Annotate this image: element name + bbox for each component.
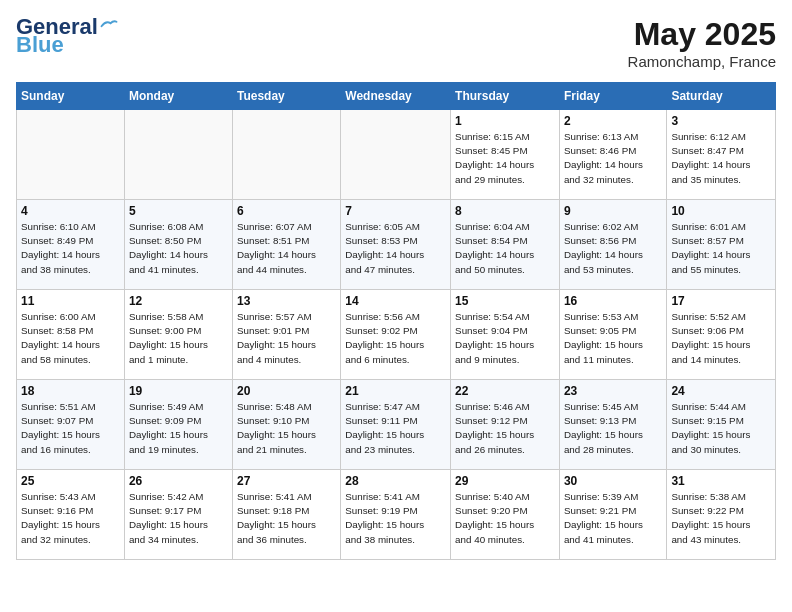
calendar-cell: 4Sunrise: 6:10 AM Sunset: 8:49 PM Daylig… xyxy=(17,200,125,290)
day-number: 1 xyxy=(455,114,555,128)
day-info: Sunrise: 6:12 AM Sunset: 8:47 PM Dayligh… xyxy=(671,130,771,187)
calendar-cell: 21Sunrise: 5:47 AM Sunset: 9:11 PM Dayli… xyxy=(341,380,451,470)
calendar-week-row: 1Sunrise: 6:15 AM Sunset: 8:45 PM Daylig… xyxy=(17,110,776,200)
weekday-header-tuesday: Tuesday xyxy=(232,83,340,110)
day-info: Sunrise: 6:08 AM Sunset: 8:50 PM Dayligh… xyxy=(129,220,228,277)
day-number: 24 xyxy=(671,384,771,398)
day-number: 6 xyxy=(237,204,336,218)
calendar-week-row: 11Sunrise: 6:00 AM Sunset: 8:58 PM Dayli… xyxy=(17,290,776,380)
day-number: 21 xyxy=(345,384,446,398)
calendar-cell: 7Sunrise: 6:05 AM Sunset: 8:53 PM Daylig… xyxy=(341,200,451,290)
day-number: 26 xyxy=(129,474,228,488)
title-block: May 2025 Ramonchamp, France xyxy=(628,16,776,70)
calendar-cell: 5Sunrise: 6:08 AM Sunset: 8:50 PM Daylig… xyxy=(124,200,232,290)
day-info: Sunrise: 5:58 AM Sunset: 9:00 PM Dayligh… xyxy=(129,310,228,367)
weekday-header-friday: Friday xyxy=(559,83,666,110)
day-number: 20 xyxy=(237,384,336,398)
calendar-cell: 22Sunrise: 5:46 AM Sunset: 9:12 PM Dayli… xyxy=(451,380,560,470)
calendar-cell: 11Sunrise: 6:00 AM Sunset: 8:58 PM Dayli… xyxy=(17,290,125,380)
day-info: Sunrise: 5:43 AM Sunset: 9:16 PM Dayligh… xyxy=(21,490,120,547)
day-info: Sunrise: 5:46 AM Sunset: 9:12 PM Dayligh… xyxy=(455,400,555,457)
calendar-cell: 2Sunrise: 6:13 AM Sunset: 8:46 PM Daylig… xyxy=(559,110,666,200)
day-number: 10 xyxy=(671,204,771,218)
day-info: Sunrise: 5:44 AM Sunset: 9:15 PM Dayligh… xyxy=(671,400,771,457)
calendar-cell: 9Sunrise: 6:02 AM Sunset: 8:56 PM Daylig… xyxy=(559,200,666,290)
weekday-header-wednesday: Wednesday xyxy=(341,83,451,110)
month-year-title: May 2025 xyxy=(628,16,776,53)
day-number: 7 xyxy=(345,204,446,218)
day-info: Sunrise: 6:10 AM Sunset: 8:49 PM Dayligh… xyxy=(21,220,120,277)
logo: General Blue xyxy=(16,16,118,56)
calendar-table: SundayMondayTuesdayWednesdayThursdayFrid… xyxy=(16,82,776,560)
weekday-header-sunday: Sunday xyxy=(17,83,125,110)
calendar-cell: 1Sunrise: 6:15 AM Sunset: 8:45 PM Daylig… xyxy=(451,110,560,200)
calendar-cell: 15Sunrise: 5:54 AM Sunset: 9:04 PM Dayli… xyxy=(451,290,560,380)
calendar-cell xyxy=(124,110,232,200)
calendar-week-row: 18Sunrise: 5:51 AM Sunset: 9:07 PM Dayli… xyxy=(17,380,776,470)
day-info: Sunrise: 5:41 AM Sunset: 9:19 PM Dayligh… xyxy=(345,490,446,547)
day-info: Sunrise: 5:56 AM Sunset: 9:02 PM Dayligh… xyxy=(345,310,446,367)
day-info: Sunrise: 6:04 AM Sunset: 8:54 PM Dayligh… xyxy=(455,220,555,277)
location-subtitle: Ramonchamp, France xyxy=(628,53,776,70)
calendar-week-row: 25Sunrise: 5:43 AM Sunset: 9:16 PM Dayli… xyxy=(17,470,776,560)
day-number: 23 xyxy=(564,384,662,398)
calendar-week-row: 4Sunrise: 6:10 AM Sunset: 8:49 PM Daylig… xyxy=(17,200,776,290)
day-number: 13 xyxy=(237,294,336,308)
calendar-cell: 6Sunrise: 6:07 AM Sunset: 8:51 PM Daylig… xyxy=(232,200,340,290)
day-number: 12 xyxy=(129,294,228,308)
weekday-header-monday: Monday xyxy=(124,83,232,110)
calendar-cell: 20Sunrise: 5:48 AM Sunset: 9:10 PM Dayli… xyxy=(232,380,340,470)
day-number: 29 xyxy=(455,474,555,488)
day-number: 28 xyxy=(345,474,446,488)
calendar-cell xyxy=(341,110,451,200)
calendar-cell: 18Sunrise: 5:51 AM Sunset: 9:07 PM Dayli… xyxy=(17,380,125,470)
day-number: 30 xyxy=(564,474,662,488)
day-info: Sunrise: 5:41 AM Sunset: 9:18 PM Dayligh… xyxy=(237,490,336,547)
calendar-cell: 10Sunrise: 6:01 AM Sunset: 8:57 PM Dayli… xyxy=(667,200,776,290)
day-number: 11 xyxy=(21,294,120,308)
day-number: 25 xyxy=(21,474,120,488)
day-info: Sunrise: 5:47 AM Sunset: 9:11 PM Dayligh… xyxy=(345,400,446,457)
day-info: Sunrise: 5:53 AM Sunset: 9:05 PM Dayligh… xyxy=(564,310,662,367)
day-number: 4 xyxy=(21,204,120,218)
page-header: General Blue May 2025 Ramonchamp, France xyxy=(16,16,776,70)
calendar-cell: 23Sunrise: 5:45 AM Sunset: 9:13 PM Dayli… xyxy=(559,380,666,470)
day-number: 8 xyxy=(455,204,555,218)
day-info: Sunrise: 5:57 AM Sunset: 9:01 PM Dayligh… xyxy=(237,310,336,367)
day-info: Sunrise: 5:38 AM Sunset: 9:22 PM Dayligh… xyxy=(671,490,771,547)
calendar-cell: 3Sunrise: 6:12 AM Sunset: 8:47 PM Daylig… xyxy=(667,110,776,200)
calendar-cell: 17Sunrise: 5:52 AM Sunset: 9:06 PM Dayli… xyxy=(667,290,776,380)
day-number: 17 xyxy=(671,294,771,308)
day-info: Sunrise: 6:05 AM Sunset: 8:53 PM Dayligh… xyxy=(345,220,446,277)
day-info: Sunrise: 5:49 AM Sunset: 9:09 PM Dayligh… xyxy=(129,400,228,457)
day-number: 2 xyxy=(564,114,662,128)
day-number: 16 xyxy=(564,294,662,308)
calendar-cell: 29Sunrise: 5:40 AM Sunset: 9:20 PM Dayli… xyxy=(451,470,560,560)
day-info: Sunrise: 5:42 AM Sunset: 9:17 PM Dayligh… xyxy=(129,490,228,547)
calendar-cell: 8Sunrise: 6:04 AM Sunset: 8:54 PM Daylig… xyxy=(451,200,560,290)
calendar-cell: 25Sunrise: 5:43 AM Sunset: 9:16 PM Dayli… xyxy=(17,470,125,560)
day-number: 19 xyxy=(129,384,228,398)
weekday-header-row: SundayMondayTuesdayWednesdayThursdayFrid… xyxy=(17,83,776,110)
day-number: 3 xyxy=(671,114,771,128)
day-info: Sunrise: 5:48 AM Sunset: 9:10 PM Dayligh… xyxy=(237,400,336,457)
day-number: 14 xyxy=(345,294,446,308)
day-number: 9 xyxy=(564,204,662,218)
day-info: Sunrise: 6:15 AM Sunset: 8:45 PM Dayligh… xyxy=(455,130,555,187)
logo-bird-icon xyxy=(100,17,118,31)
calendar-cell: 16Sunrise: 5:53 AM Sunset: 9:05 PM Dayli… xyxy=(559,290,666,380)
day-number: 31 xyxy=(671,474,771,488)
day-info: Sunrise: 5:40 AM Sunset: 9:20 PM Dayligh… xyxy=(455,490,555,547)
calendar-cell: 27Sunrise: 5:41 AM Sunset: 9:18 PM Dayli… xyxy=(232,470,340,560)
calendar-cell: 13Sunrise: 5:57 AM Sunset: 9:01 PM Dayli… xyxy=(232,290,340,380)
weekday-header-thursday: Thursday xyxy=(451,83,560,110)
calendar-cell xyxy=(17,110,125,200)
logo-blue: Blue xyxy=(16,34,64,56)
calendar-cell: 19Sunrise: 5:49 AM Sunset: 9:09 PM Dayli… xyxy=(124,380,232,470)
day-number: 5 xyxy=(129,204,228,218)
day-info: Sunrise: 6:13 AM Sunset: 8:46 PM Dayligh… xyxy=(564,130,662,187)
day-info: Sunrise: 5:54 AM Sunset: 9:04 PM Dayligh… xyxy=(455,310,555,367)
day-info: Sunrise: 6:00 AM Sunset: 8:58 PM Dayligh… xyxy=(21,310,120,367)
calendar-cell: 30Sunrise: 5:39 AM Sunset: 9:21 PM Dayli… xyxy=(559,470,666,560)
day-info: Sunrise: 5:52 AM Sunset: 9:06 PM Dayligh… xyxy=(671,310,771,367)
